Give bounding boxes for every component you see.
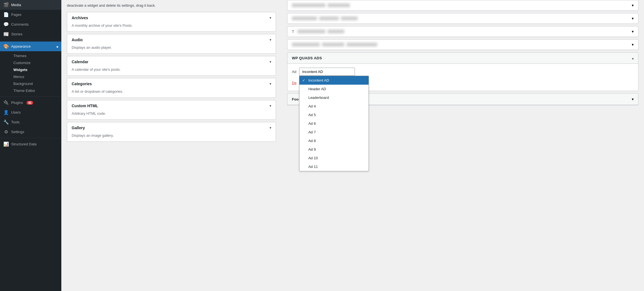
dropdown-option-incontent[interactable]: Incontent AD: [299, 76, 369, 85]
right-panel: ▾ ▾ T ▾ ▾: [282, 0, 644, 291]
sidebar-item-tools[interactable]: 🔧 Tools: [0, 117, 61, 127]
widget-archives-title: Archives: [72, 16, 88, 20]
dropdown-option-ad4[interactable]: Ad 4: [299, 102, 369, 111]
dropdown-option-ad9[interactable]: Ad 9: [299, 145, 369, 154]
widget-custom-html-arrow-icon: ▾: [270, 104, 271, 108]
blur-block: [292, 43, 320, 47]
wp-quads-body: Ad Incontent AD Incontent AD Header AD L…: [287, 64, 638, 91]
widget-audio-title: Audio: [72, 38, 83, 42]
sidebar-item-structured-data[interactable]: 📊 Structured Data: [0, 139, 61, 149]
pages-icon: 📄: [3, 12, 9, 17]
blur-block: [297, 30, 325, 33]
widget-calendar: Calendar ▾ A calendar of your site's pos…: [67, 56, 276, 76]
widget-calendar-desc: A calendar of your site's posts.: [67, 67, 276, 75]
wp-quads-arrow-icon: ▴: [632, 56, 634, 60]
dropdown-option-header[interactable]: Header AD: [299, 85, 369, 93]
ad-type-dropdown-menu[interactable]: Incontent AD Header AD Leaderboard Ad 4 …: [299, 76, 369, 171]
ad-type-dropdown[interactable]: Incontent AD Incontent AD Header AD Lead…: [299, 68, 355, 76]
dropdown-option-ad5[interactable]: Ad 5: [299, 111, 369, 119]
plugins-icon: 🔌: [3, 100, 9, 105]
widget-custom-html-header[interactable]: Custom HTML ▾: [67, 100, 276, 111]
sidebar-item-users[interactable]: 👤 Users: [0, 107, 61, 117]
widget-panel: deactivate a widget and delete its setti…: [61, 0, 282, 291]
sidebar-item-settings[interactable]: ⚙ Settings: [0, 127, 61, 137]
blur-block: [341, 16, 358, 20]
dropzone-2: ▾: [287, 13, 638, 24]
chevron-down-icon: ▾: [632, 29, 634, 34]
dropdown-option-ad8[interactable]: Ad 8: [299, 136, 369, 145]
footer-arrow-icon: ▾: [632, 97, 634, 101]
blurred-row-3: T ▾: [287, 26, 638, 37]
widget-categories-arrow-icon: ▾: [270, 82, 271, 86]
widget-audio-arrow-icon: ▾: [270, 38, 271, 42]
delete-link[interactable]: De: [292, 81, 297, 85]
blur-block: [319, 16, 339, 20]
appearance-submenu: Themes Customize Widgets Menus Backgroun…: [0, 51, 61, 95]
ad-type-select-display[interactable]: Incontent AD: [299, 68, 355, 76]
users-icon: 👤: [3, 110, 9, 115]
divider2: [0, 96, 61, 97]
blur-block: [347, 43, 377, 47]
sidebar-item-plugins[interactable]: 🔌 Plugins 45: [0, 98, 61, 107]
sidebar-sub-themes[interactable]: Themes: [11, 52, 61, 59]
widget-custom-html-title: Custom HTML: [72, 104, 98, 108]
wp-quads-ad-label: Ad: [292, 68, 296, 74]
widget-archives-header[interactable]: Archives ▾: [67, 12, 276, 23]
footer-title: Foo: [292, 97, 299, 101]
widget-categories-desc: A list or dropdown of categories.: [67, 89, 276, 97]
dropdown-option-leaderboard[interactable]: Leaderboard: [299, 93, 369, 102]
sidebar-item-stories[interactable]: 📰 Stories: [0, 29, 61, 39]
wp-quads-section: WP QUADS ADS ▴ Ad Incontent AD Incontent…: [287, 52, 638, 91]
widget-categories-title: Categories: [72, 82, 92, 86]
dropzone-3: T ▾: [287, 26, 638, 37]
wp-quads-header[interactable]: WP QUADS ADS ▴: [287, 53, 638, 64]
widget-custom-html-desc: Arbitrary HTML code.: [67, 111, 276, 119]
widget-categories: Categories ▾ A list or dropdown of categ…: [67, 78, 276, 98]
dropdown-option-ad10[interactable]: Ad 10: [299, 154, 369, 162]
wp-quads-title: WP QUADS ADS: [292, 56, 322, 60]
dropzone-4: ▾: [287, 39, 638, 50]
appearance-icon: 🎨: [3, 44, 9, 49]
blur-block: [292, 3, 325, 7]
sidebar-sub-background[interactable]: Background: [11, 80, 61, 87]
dropdown-option-ad6[interactable]: Ad 6: [299, 119, 369, 128]
dropzone-1: ▾: [287, 0, 638, 11]
divider3: [0, 138, 61, 138]
sidebar-sub-menus[interactable]: Menus: [11, 73, 61, 80]
plugins-badge: 45: [26, 101, 33, 105]
widget-calendar-arrow-icon: ▾: [270, 60, 271, 64]
comments-icon: 💬: [3, 22, 9, 27]
widget-gallery-desc: Displays an image gallery.: [67, 133, 276, 141]
widget-calendar-header[interactable]: Calendar ▾: [67, 56, 276, 67]
wp-quads-controls: Ad Incontent AD Incontent AD Header AD L…: [292, 68, 634, 76]
widget-audio-header[interactable]: Audio ▾: [67, 34, 276, 45]
widget-categories-header[interactable]: Categories ▾: [67, 78, 276, 89]
widget-gallery-title: Gallery: [72, 126, 85, 130]
settings-icon: ⚙: [3, 129, 9, 135]
intro-text: deactivate a widget and delete its setti…: [67, 0, 276, 12]
widget-archives-desc: A monthly archive of your site's Posts.: [67, 23, 276, 31]
dropdown-option-ad7[interactable]: Ad 7: [299, 128, 369, 136]
sidebar-sub-theme-editor[interactable]: Theme Editor: [11, 87, 61, 94]
t-label: T: [292, 30, 294, 34]
blurred-row-2: ▾: [287, 13, 638, 24]
divider: [0, 40, 61, 40]
blur-block: [322, 43, 344, 47]
dropdown-option-ad11[interactable]: Ad 11: [299, 162, 369, 171]
sidebar-item-appearance[interactable]: 🎨 Appearance ◂: [0, 41, 61, 51]
widget-archives-arrow-icon: ▾: [270, 16, 271, 20]
widget-gallery-arrow-icon: ▾: [270, 126, 271, 130]
widget-audio-desc: Displays an audio player.: [67, 45, 276, 53]
chevron-down-icon: ▾: [632, 3, 634, 8]
sidebar-item-media[interactable]: 🎬 Media: [0, 0, 61, 10]
widget-gallery-header[interactable]: Gallery ▾: [67, 122, 276, 133]
sidebar-item-pages[interactable]: 📄 Pages: [0, 10, 61, 19]
sidebar-sub-customize[interactable]: Customize: [11, 59, 61, 66]
appearance-arrow-icon: ◂: [56, 44, 58, 49]
sidebar-sub-widgets[interactable]: Widgets: [11, 66, 61, 73]
chevron-down-icon: ▾: [632, 42, 634, 47]
chevron-down-icon: ▾: [632, 16, 634, 21]
sidebar-item-comments[interactable]: 💬 Comments: [0, 19, 61, 29]
stories-icon: 📰: [3, 31, 9, 37]
blur-block: [328, 3, 350, 7]
